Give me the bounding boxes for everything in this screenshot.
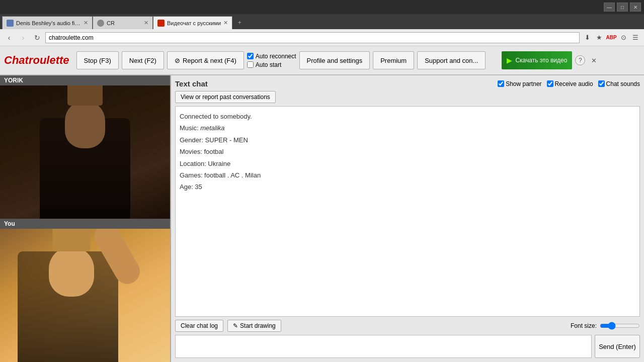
support-button[interactable]: Support and con... <box>417 51 486 69</box>
right-panel: Text chat Show partner Receive audio Cha… <box>171 75 644 362</box>
cr-icon <box>97 20 104 27</box>
auto-start-checkbox[interactable] <box>247 61 254 68</box>
maximize-button[interactable]: □ <box>617 3 628 12</box>
view-report-button[interactable]: View or report past conversations <box>175 91 276 103</box>
profile-button[interactable]: Profile and settings <box>299 51 370 69</box>
show-partner-checkbox[interactable] <box>498 80 504 87</box>
app-header: Chatroulette Stop (F3) Next (F2) ⊘ Repor… <box>0 46 644 75</box>
chat-header-row: Text chat Show partner Receive audio Cha… <box>175 79 640 88</box>
partner-video <box>0 85 170 219</box>
tab-cr-close[interactable]: ✕ <box>144 20 148 26</box>
start-drawing-button[interactable]: ✎ Start drawing <box>227 320 281 332</box>
left-panel: YORIK You <box>0 75 171 362</box>
address-bar[interactable] <box>45 32 580 43</box>
auto-options: Auto reconnect Auto start <box>247 53 296 68</box>
auto-reconnect-checkbox[interactable] <box>247 53 254 59</box>
audio-icon <box>7 20 14 27</box>
chat-sounds-checkbox[interactable] <box>598 80 605 87</box>
self-video-feed <box>0 229 170 362</box>
browser-titlebar: — □ ✕ <box>0 0 644 14</box>
next-button[interactable]: Next (F2) <box>122 51 164 69</box>
save-icon[interactable]: ⬇ <box>582 32 593 43</box>
auto-reconnect-label: Auto reconnect <box>256 53 296 60</box>
tab-videochat[interactable]: Видеочат с русскими ✕ <box>153 16 232 29</box>
tab-cr-label: CR <box>107 20 141 26</box>
tab-videochat-label: Видеочат с русскими <box>167 20 221 26</box>
drawing-icon: ✎ <box>233 322 238 329</box>
message-gender: Gender: SUPER - MEN <box>180 134 635 146</box>
report-button[interactable]: ⊘ Report & next (F4) <box>167 51 244 69</box>
tab-audio-close[interactable]: ✕ <box>84 20 88 26</box>
message-music: Music: metalika <box>180 122 635 134</box>
stop-button[interactable]: Stop (F3) <box>76 51 119 69</box>
message-age: Age: 35 <box>180 181 635 193</box>
close-browser-button[interactable]: ✕ <box>630 3 641 12</box>
send-button[interactable]: Send (Enter) <box>595 335 640 358</box>
font-size-label: Font size: <box>571 322 597 329</box>
minimize-button[interactable]: — <box>604 3 615 12</box>
new-tab-button[interactable]: + <box>232 16 247 29</box>
help-button[interactable]: ? <box>575 55 585 65</box>
chat-options: Show partner Receive audio Chat sounds <box>498 80 640 87</box>
bottom-video-label: You <box>0 219 170 229</box>
video-chat-icon <box>157 20 165 27</box>
close-banner-button[interactable]: ✕ <box>588 55 599 66</box>
message-location: Location: Ukraine <box>180 158 635 169</box>
circle-icon[interactable]: ⊙ <box>618 32 629 43</box>
refresh-button[interactable]: ↻ <box>31 32 43 44</box>
back-button[interactable]: ‹ <box>3 32 15 44</box>
video-download-banner[interactable]: ▶ Скачать это видео <box>502 51 572 69</box>
browser-toolbar: ‹ › ↻ ⬇ ★ ABP ⊙ ☰ <box>0 29 644 46</box>
tab-cr[interactable]: CR ✕ <box>93 16 153 29</box>
tab-videochat-close[interactable]: ✕ <box>223 20 228 26</box>
chat-input-row: Send (Enter) <box>175 335 640 358</box>
font-size-slider[interactable] <box>600 322 640 330</box>
browser-tabs: Denis Beshley's audio files: ✕ CR ✕ Виде… <box>0 14 644 29</box>
play-icon: ▶ <box>507 56 512 64</box>
receive-audio-label: Receive audio <box>555 80 593 87</box>
text-chat-title: Text chat <box>175 79 208 88</box>
message-movies: Movies: footbal <box>180 146 635 157</box>
auto-start-label: Auto start <box>256 61 281 68</box>
font-size-row: Font size: <box>571 322 640 330</box>
premium-button[interactable]: Premium <box>373 51 414 69</box>
show-partner-label: Show partner <box>506 80 541 87</box>
menu-icon[interactable]: ☰ <box>630 32 641 43</box>
partner-video-feed <box>0 85 170 219</box>
video-banner-label: Скачать это видео <box>515 57 567 64</box>
report-icon: ⊘ <box>175 57 180 64</box>
bookmark-star-icon[interactable]: ★ <box>594 32 605 43</box>
chat-bottom-bar: Clear chat log ✎ Start drawing Font size… <box>175 320 640 332</box>
top-video-label: YORIK <box>0 75 170 85</box>
tab-audio-label: Denis Beshley's audio files: <box>16 20 81 26</box>
tab-audio[interactable]: Denis Beshley's audio files: ✕ <box>2 16 93 29</box>
forward-button[interactable]: › <box>17 32 29 44</box>
clear-chat-button[interactable]: Clear chat log <box>175 320 223 332</box>
message-games: Games: football . AC . Milan <box>180 169 635 181</box>
main-content: YORIK You <box>0 75 644 362</box>
chat-sounds-label: Chat sounds <box>606 80 640 87</box>
self-video <box>0 229 170 362</box>
abp-icon[interactable]: ABP <box>606 32 617 43</box>
app-logo: Chatroulette <box>4 54 69 67</box>
chat-input[interactable] <box>175 335 592 358</box>
message-connected: Connected to somebody. <box>180 111 635 122</box>
chat-messages: Connected to somebody. Music: metalika G… <box>175 106 640 317</box>
receive-audio-checkbox[interactable] <box>547 80 553 87</box>
